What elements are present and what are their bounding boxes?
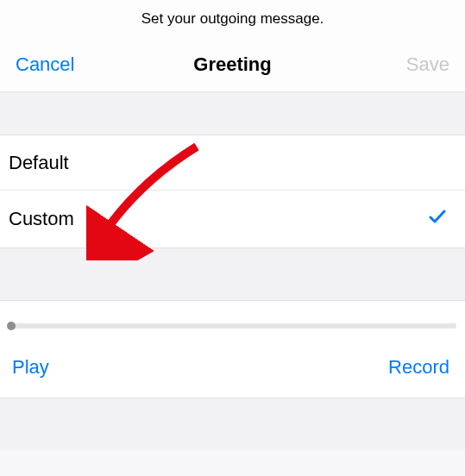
- progress-thumb[interactable]: [7, 322, 16, 330]
- save-button: Save: [305, 53, 449, 76]
- option-default-label: Default: [9, 152, 448, 174]
- section-spacer: [0, 92, 465, 135]
- navigation-bar: Cancel Greeting Save: [0, 43, 465, 92]
- greeting-options-list: Default Custom: [0, 135, 465, 247]
- instruction-text: Set your outgoing message.: [0, 0, 465, 43]
- record-button[interactable]: Record: [388, 356, 449, 379]
- checkmark-icon: [427, 206, 448, 232]
- section-spacer: [0, 247, 465, 301]
- section-spacer: [0, 398, 465, 450]
- action-row: Play Record: [0, 337, 465, 398]
- page-title: Greeting: [160, 53, 305, 76]
- option-default[interactable]: Default: [0, 135, 465, 191]
- progress-track[interactable]: [9, 323, 456, 329]
- cancel-button[interactable]: Cancel: [16, 53, 160, 76]
- playback-progress: [0, 301, 465, 337]
- option-custom[interactable]: Custom: [0, 191, 465, 247]
- option-custom-label: Custom: [9, 208, 427, 230]
- play-button[interactable]: Play: [12, 356, 49, 379]
